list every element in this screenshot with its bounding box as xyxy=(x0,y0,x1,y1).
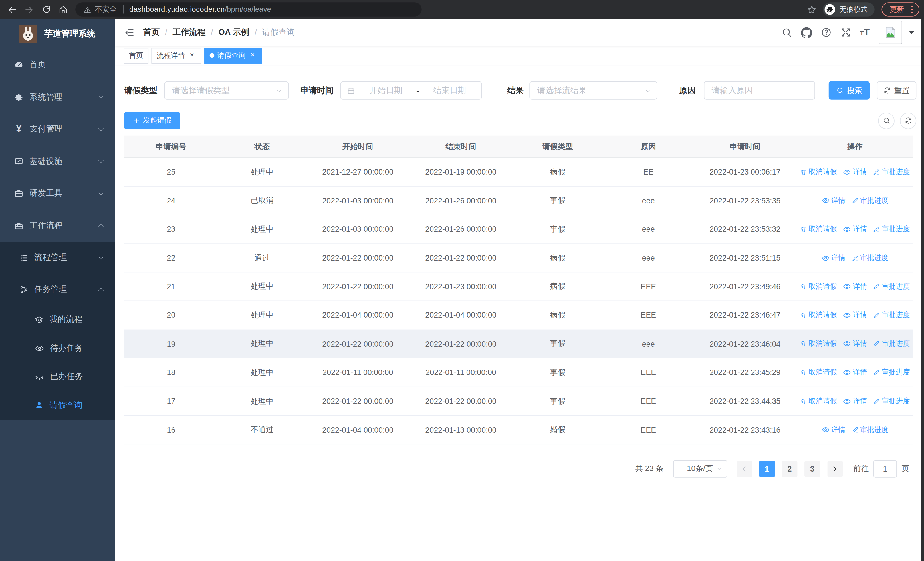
sidebar-item-支付管理[interactable]: ¥支付管理 xyxy=(0,113,115,145)
page-button-2[interactable]: 2 xyxy=(782,461,798,477)
breadcrumb-item[interactable]: 首页 xyxy=(143,27,160,38)
detail-link[interactable]: 详情 xyxy=(843,310,867,320)
search-button[interactable]: 搜索 xyxy=(829,81,870,100)
progress-link[interactable]: 审批进度 xyxy=(873,396,910,406)
forward-icon[interactable] xyxy=(21,0,38,19)
sidebar-item-基础设施[interactable]: 基础设施 xyxy=(0,145,115,177)
progress-link[interactable]: 审批进度 xyxy=(873,224,910,234)
cell-id: 19 xyxy=(124,339,218,348)
next-page-button[interactable] xyxy=(827,461,843,477)
cancel-link[interactable]: 取消请假 xyxy=(800,396,837,406)
action-label: 审批进度 xyxy=(882,368,910,378)
sidebar-item-label: 我的流程 xyxy=(50,314,82,325)
cell-actions: 详情审批进度 xyxy=(796,425,914,435)
page-size-select[interactable]: 10条/页 xyxy=(673,460,727,478)
detail-link[interactable]: 详情 xyxy=(821,425,846,435)
eye-icon xyxy=(821,254,830,262)
detail-link[interactable]: 详情 xyxy=(843,167,867,177)
progress-link[interactable]: 审批进度 xyxy=(873,310,910,320)
sidebar-item-任务管理[interactable]: 任务管理 xyxy=(0,274,115,305)
cancel-link[interactable]: 取消请假 xyxy=(800,282,837,292)
sidebar-item-系统管理[interactable]: 系统管理 xyxy=(0,81,115,113)
result-select[interactable]: 请选择流结果 xyxy=(530,81,657,100)
fullscreen-icon[interactable] xyxy=(840,27,851,38)
detail-link[interactable]: 详情 xyxy=(821,253,846,263)
prev-page-button[interactable] xyxy=(736,461,752,477)
action-label: 审批进度 xyxy=(882,396,910,406)
sidebar-item-待办任务[interactable]: 待办任务 xyxy=(0,334,115,362)
sidebar-item-首页[interactable]: 首页 xyxy=(0,49,115,81)
apply-time-range-picker[interactable]: 开始日期 - 结束日期 xyxy=(340,81,482,100)
browser-toolbar: 不安全 dashboard.yudao.iocoder.cn/bpm/oa/le… xyxy=(0,0,924,19)
github-icon[interactable] xyxy=(801,27,812,38)
cancel-link[interactable]: 取消请假 xyxy=(800,368,837,378)
page-button-3[interactable]: 3 xyxy=(804,461,820,477)
page-scrollbar[interactable] xyxy=(921,19,924,561)
action-label: 审批进度 xyxy=(860,425,888,435)
tab-流程详情[interactable]: 流程详情× xyxy=(151,47,201,63)
progress-link[interactable]: 审批进度 xyxy=(851,196,888,206)
browser-menu-icon[interactable] xyxy=(909,3,915,16)
bookmark-star-icon[interactable] xyxy=(807,4,817,14)
address-bar[interactable]: 不安全 dashboard.yudao.iocoder.cn/bpm/oa/le… xyxy=(75,2,422,17)
breadcrumb-item[interactable]: 工作流程 xyxy=(172,27,206,38)
cancel-link[interactable]: 取消请假 xyxy=(800,339,837,349)
table-row: 25处理中2021-12-27 00:00:002022-01-19 00:00… xyxy=(124,158,913,186)
progress-link[interactable]: 审批进度 xyxy=(873,282,910,292)
avatar[interactable] xyxy=(879,21,902,44)
cancel-link[interactable]: 取消请假 xyxy=(800,310,837,320)
reset-button[interactable]: 重置 xyxy=(877,81,916,100)
tab-首页[interactable]: 首页 xyxy=(123,47,148,63)
tab-label: 首页 xyxy=(129,50,143,60)
action-label: 审批进度 xyxy=(882,339,910,349)
progress-link[interactable]: 审批进度 xyxy=(873,368,910,378)
tab-请假查询[interactable]: 请假查询× xyxy=(204,47,262,63)
create-leave-button[interactable]: 发起请假 xyxy=(124,112,180,129)
progress-link[interactable]: 审批进度 xyxy=(873,167,910,177)
detail-link[interactable]: 详情 xyxy=(843,368,867,378)
sidebar-item-研发工具[interactable]: 研发工具 xyxy=(0,177,115,209)
detail-link[interactable]: 详情 xyxy=(821,196,846,206)
refresh-table-button[interactable] xyxy=(900,112,916,129)
table-row: 19处理中2022-01-22 00:00:002022-01-22 00:00… xyxy=(124,330,913,358)
update-label: 更新 xyxy=(890,4,904,14)
top-navbar: 首页/工作流程/OA 示例/请假查询 TT xyxy=(115,19,924,46)
cell-actions: 取消请假详情审批进度 xyxy=(796,167,914,177)
detail-link[interactable]: 详情 xyxy=(843,224,867,234)
security-warning-icon[interactable] xyxy=(84,6,92,14)
sidebar-item-我的流程[interactable]: 我的流程 xyxy=(0,305,115,334)
sidebar-item-已办任务[interactable]: 已办任务 xyxy=(0,362,115,391)
sidebar-item-label: 请假查询 xyxy=(50,400,82,411)
cancel-link[interactable]: 取消请假 xyxy=(800,224,837,234)
progress-link[interactable]: 审批进度 xyxy=(851,253,888,263)
leave-type-select[interactable]: 请选择请假类型 xyxy=(164,81,289,100)
close-icon[interactable]: × xyxy=(188,51,196,60)
breadcrumb-item[interactable]: OA 示例 xyxy=(218,27,249,38)
progress-link[interactable]: 审批进度 xyxy=(851,425,888,435)
cell-actions: 取消请假详情审批进度 xyxy=(796,282,914,292)
toggle-search-button[interactable] xyxy=(878,112,895,129)
cancel-link[interactable]: 取消请假 xyxy=(800,167,837,177)
search-icon[interactable] xyxy=(782,27,792,38)
sidebar-item-工作流程[interactable]: 工作流程 xyxy=(0,210,115,242)
close-icon[interactable]: × xyxy=(249,51,257,60)
detail-link[interactable]: 详情 xyxy=(843,339,867,349)
reason-input[interactable]: 请输入原因 xyxy=(704,81,815,100)
sidebar-item-流程管理[interactable]: 流程管理 xyxy=(0,242,115,273)
home-icon[interactable] xyxy=(55,0,72,19)
sidebar-item-请假查询[interactable]: 请假查询 xyxy=(0,391,115,420)
table-row: 17处理中2022-01-22 00:00:002022-01-22 00:00… xyxy=(124,387,913,416)
help-icon[interactable] xyxy=(821,27,831,38)
font-size-icon[interactable]: TT xyxy=(860,27,870,38)
detail-link[interactable]: 详情 xyxy=(843,282,867,292)
page-button-1[interactable]: 1 xyxy=(759,461,775,477)
back-icon[interactable] xyxy=(3,0,21,19)
progress-link[interactable]: 审批进度 xyxy=(873,339,910,349)
detail-link[interactable]: 详情 xyxy=(843,396,867,406)
goto-page-input[interactable]: 1 xyxy=(873,460,897,478)
update-button[interactable]: 更新 xyxy=(882,2,919,17)
action-label: 详情 xyxy=(853,339,867,349)
avatar-caret-icon[interactable] xyxy=(909,30,915,34)
sidebar-toggle-icon[interactable] xyxy=(115,27,143,38)
reload-icon[interactable] xyxy=(38,0,55,19)
